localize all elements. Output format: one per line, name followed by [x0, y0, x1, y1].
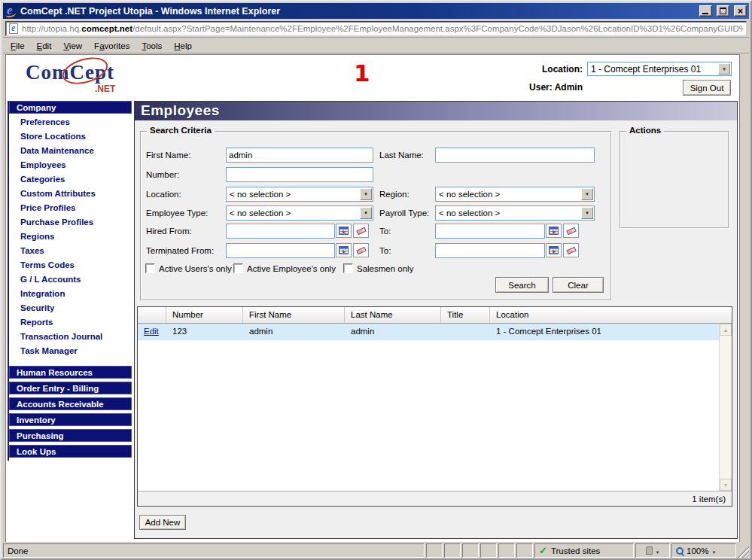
chevron-down-icon[interactable] — [360, 207, 372, 219]
number-input[interactable] — [226, 167, 373, 182]
hired-from-calendar-button[interactable] — [336, 224, 352, 238]
hired-to-clear-button[interactable] — [563, 224, 579, 238]
address-input[interactable]: http://utopia.hq.comcept.net/default.asp… — [5, 21, 747, 36]
minimize-button[interactable] — [699, 5, 712, 17]
chevron-down-icon — [656, 546, 660, 555]
menu-view[interactable]: View — [59, 40, 88, 52]
terminated-from-clear-button[interactable] — [353, 243, 369, 257]
hired-to-input[interactable] — [435, 224, 545, 239]
terminated-from-input[interactable] — [226, 243, 335, 258]
sidebar-header-order-entry-billing[interactable]: Order Entry - Billing — [9, 382, 132, 394]
terminated-to-clear-button[interactable] — [563, 243, 579, 257]
sidebar-item-reports[interactable]: Reports — [9, 315, 132, 330]
region-select[interactable]: < no selection > — [435, 187, 595, 202]
sidebar-item-gl-accounts[interactable]: G / L Accounts — [9, 272, 132, 287]
employee-type-select[interactable]: < no selection > — [226, 205, 373, 221]
sidebar-item-transaction-journal[interactable]: Transaction Journal — [9, 330, 132, 344]
status-pane-2 — [444, 543, 461, 558]
payroll-type-select[interactable]: < no selection > — [435, 205, 595, 221]
table-row: Edit 123 admin admin 1 - Comcept Enterpr… — [138, 324, 732, 340]
column-location: Location — [490, 307, 732, 323]
first-name-input[interactable] — [226, 148, 373, 163]
actions-fieldset: Actions — [620, 131, 729, 229]
menu-favorites[interactable]: Favorites — [90, 40, 135, 52]
table-scrollbar[interactable] — [719, 324, 732, 491]
sidebar-header-inventory[interactable]: Inventory — [9, 413, 132, 426]
internet-explorer-icon — [5, 5, 17, 17]
terminated-from-calendar-button[interactable] — [336, 243, 352, 257]
menu-help[interactable]: Help — [169, 40, 198, 52]
sidebar-header-human-resources[interactable]: Human Resources — [9, 366, 132, 379]
sidebar-item-store-locations[interactable]: Store Locations — [9, 129, 132, 144]
calendar-icon — [549, 246, 559, 254]
chevron-down-icon[interactable] — [581, 188, 593, 200]
main-panel: Employees Search Criteria First Name: La… — [134, 101, 738, 539]
location-select[interactable]: 1 - Comcept Enterprises 01 — [587, 62, 732, 76]
terminated-to-label: To: — [379, 243, 391, 255]
employee-type-label: Employee Type: — [146, 205, 208, 218]
sidebar-header-company[interactable]: Company — [9, 101, 132, 114]
hired-from-label: Hired From: — [146, 224, 192, 236]
clear-button[interactable]: Clear — [553, 277, 604, 293]
sidebar-item-employees[interactable]: Employees — [9, 158, 132, 172]
sidebar-item-price-profiles[interactable]: Price Profiles — [9, 201, 132, 215]
zoom-control[interactable]: 100% — [671, 543, 736, 558]
sidebar-header-purchasing[interactable]: Purchasing — [9, 429, 132, 442]
address-bar: http://utopia.hq.comcept.net/default.asp… — [3, 20, 749, 38]
sidebar-item-regions[interactable]: Regions — [9, 230, 132, 244]
terminated-to-input[interactable] — [435, 243, 545, 258]
sidebar-item-preferences[interactable]: Preferences — [9, 115, 132, 129]
menu-edit[interactable]: Edit — [32, 40, 58, 52]
hired-from-input[interactable] — [226, 224, 335, 239]
number-label: Number: — [146, 167, 179, 179]
salesmen-checkbox-group: Salesmen only — [343, 263, 413, 273]
hired-from-clear-button[interactable] — [353, 224, 369, 238]
terminated-to-calendar-button[interactable] — [546, 243, 562, 257]
edit-link[interactable]: Edit — [144, 327, 159, 336]
sidebar-item-terms-codes[interactable]: Terms Codes — [9, 258, 132, 272]
sidebar-item-taxes[interactable]: Taxes — [9, 244, 132, 258]
column-first-name: First Name — [243, 307, 345, 323]
search-button[interactable]: Search — [495, 277, 549, 293]
scroll-up-icon[interactable] — [720, 324, 732, 336]
chevron-down-icon[interactable] — [581, 207, 593, 219]
hired-to-label: To: — [379, 224, 391, 236]
hired-to-calendar-button[interactable] — [546, 224, 562, 238]
menu-file[interactable]: File — [6, 40, 31, 52]
sidebar-item-custom-attributes[interactable]: Custom Attributes — [9, 187, 132, 201]
location-filter-select[interactable]: < no selection > — [226, 187, 373, 202]
salesmen-checkbox[interactable] — [343, 263, 353, 273]
chevron-down-icon[interactable] — [360, 188, 372, 200]
active-employees-checkbox[interactable] — [233, 263, 243, 273]
sidebar-item-data-maintenance[interactable]: Data Maintenance — [9, 144, 132, 158]
status-pane-3 — [462, 543, 479, 558]
last-name-input[interactable] — [435, 148, 595, 163]
resize-grip[interactable] — [738, 543, 749, 558]
menu-tools[interactable]: Tools — [137, 40, 168, 52]
first-name-label: First Name: — [146, 148, 190, 160]
add-new-button[interactable]: Add New — [139, 515, 186, 530]
sidebar-item-security[interactable]: Security — [9, 301, 132, 315]
annotation-1: 1 — [354, 59, 370, 87]
maximize-button[interactable] — [717, 5, 729, 17]
url-text: http://utopia.hq.comcept.net/default.asp… — [22, 24, 743, 33]
chevron-down-icon — [711, 546, 716, 555]
sidebar-header-look-ups[interactable]: Look Ups — [9, 445, 132, 458]
close-button[interactable]: × — [734, 5, 747, 17]
scroll-down-icon[interactable] — [720, 479, 732, 491]
eraser-icon — [566, 246, 576, 254]
sidebar-item-task-manager[interactable]: Task Manager — [9, 344, 132, 358]
sidebar-header-accounts-receivable[interactable]: Accounts Receivable — [9, 397, 132, 410]
sign-out-button[interactable]: Sign Out — [683, 80, 731, 96]
active-users-checkbox[interactable] — [145, 263, 155, 273]
chevron-down-icon[interactable] — [718, 63, 730, 75]
sidebar-item-integration[interactable]: Integration — [9, 287, 132, 301]
sidebar-item-categories[interactable]: Categories — [9, 172, 132, 187]
protected-mode-pane[interactable] — [635, 543, 670, 558]
sidebar-item-purchase-profiles[interactable]: Purchase Profiles — [9, 215, 132, 230]
edit-cell: Edit — [138, 324, 166, 340]
column-edit — [138, 307, 166, 323]
sidebar-spacer — [9, 358, 132, 366]
status-text: Done — [3, 543, 425, 558]
zoom-level: 100% — [687, 546, 708, 555]
